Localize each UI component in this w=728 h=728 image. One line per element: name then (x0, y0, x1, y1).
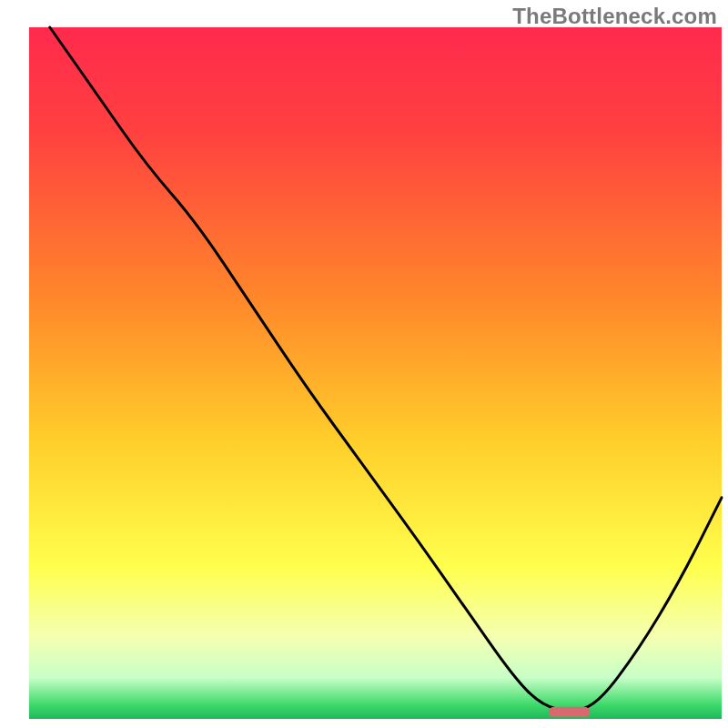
watermark-text: TheBottleneck.com (512, 4, 717, 29)
plot-background (29, 27, 722, 719)
optimal-marker (549, 707, 591, 717)
chart-canvas: TheBottleneck.com (0, 0, 728, 728)
bottleneck-chart (0, 0, 728, 728)
